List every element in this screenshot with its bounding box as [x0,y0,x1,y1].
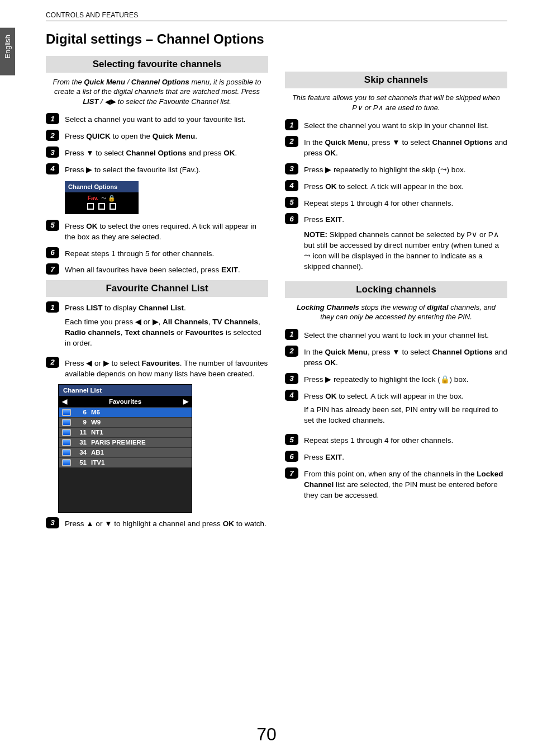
section-title: Skip channels [285,72,507,88]
step: 1 Select the channel you want to skip in… [285,119,507,131]
step-number-icon: 4 [285,180,298,191]
ch-name: AB1 [91,449,104,456]
ch-name: ITV1 [91,459,104,466]
step-number-icon: 3 [46,147,59,158]
checkbox-icon [87,203,94,210]
step: 2 Press QUICK to open the Quick Menu. [46,130,268,142]
step: 4 Press OK to select. A tick will appear… [285,390,507,430]
step: 2 In the Quick Menu, press ▼ to select C… [285,346,507,368]
step-text: Repeat steps 1 through 4 for other chann… [304,197,507,209]
step-number-icon: 5 [285,434,298,445]
note-text: NOTE: Skipped channels cannot be selecte… [304,230,507,272]
step: 4 Press ▶ to select the favourite list (… [46,163,268,176]
step: 1 Select a channel you want to add to yo… [46,113,268,125]
step-number-icon: 4 [285,390,298,401]
step-number-icon: 1 [46,113,59,124]
step: 7 When all favourites have been selected… [46,263,268,276]
tv-icon [62,449,71,456]
step-text: Press OK to select the ones required. A … [65,220,268,243]
ch-name: PARIS PREMIERE [91,439,146,446]
step: 6 Press EXIT. [285,213,507,225]
intro-text: From the Quick Menu / Channel Options me… [50,77,264,107]
step: 3 Press ▲ or ▼ to highlight a channel an… [46,517,268,530]
step-text: In the Quick Menu, press ▼ to select Cha… [304,346,507,368]
blank-area [59,467,192,512]
ch-num: 6 [75,409,87,415]
step-number-icon: 4 [46,163,59,174]
step-text: Select the channel you want to skip in y… [304,119,507,131]
step-text: Press ◀ or ▶ to select Favourites. The n… [65,357,268,380]
ch-num: 34 [75,449,87,456]
step-number-icon: 1 [285,329,298,340]
step-number-icon: 5 [285,197,298,208]
section-header: CONTROLS AND FEATURES [46,11,507,21]
list-item: 6M6 [59,407,192,417]
channel-list-subtitle: Favourites [67,398,183,405]
checkbox-icon [98,203,105,210]
step-number-icon: 1 [285,119,298,130]
step: 3 Press ▼ to select Channel Options and … [46,147,268,159]
list-item: 9W9 [59,417,192,427]
step-number-icon: 3 [46,517,59,528]
channel-options-title: Channel Options [65,181,139,192]
step-number-icon: 7 [46,263,59,275]
step-number-icon: 3 [285,163,298,174]
text: From the [53,78,84,86]
step-number-icon: 6 [285,451,298,462]
step: 5 Repeat steps 1 through 4 for other cha… [285,197,507,209]
checkbox-icon [110,203,116,210]
list-item: 11NT1 [59,427,192,437]
chevron-left-icon: ◀ [62,398,67,405]
step-text: Repeat steps 1 through 5 for other chann… [65,247,268,259]
step-text: Press ▼ to select Channel Options and pr… [65,147,268,159]
step-number-icon: 2 [285,136,298,147]
step-text: Select a channel you want to add to your… [65,113,268,125]
step-number-icon: 2 [46,357,59,368]
text: / ◀▶ to select the Favourite Channel lis… [98,97,231,106]
step: 2 In the Quick Menu, press ▼ to select C… [285,136,507,159]
channel-options-box: Channel Options Fav. ⤳ 🔒 [65,181,139,214]
step: 1 Select the channel you want to lock in… [285,329,507,341]
ch-name: M6 [91,409,100,415]
text: LIST [83,97,98,106]
ch-name: NT1 [91,429,103,436]
skip-icon: ⤳ [101,195,106,201]
step-number-icon: 1 [46,301,59,313]
step-text: Press EXIT. [304,451,507,463]
list-item: 34AB1 [59,447,192,457]
step-text: In the Quick Menu, press ▼ to select Cha… [304,136,507,159]
step: 2 Press ◀ or ▶ to select Favourites. The… [46,357,268,380]
tv-icon [62,419,71,426]
ch-num: 31 [75,439,87,446]
step-number-icon: 5 [46,220,59,231]
step-number-icon: 3 [285,373,298,384]
ch-num: 11 [75,429,87,436]
step: 3 Press ▶ repeatedly to highlight the sk… [285,163,507,176]
step-number-icon: 7 [285,467,298,479]
step-text: When all favourites have been selected, … [65,263,268,276]
tv-icon [62,459,71,466]
step: 7 From this point on, when any of the ch… [285,467,507,501]
tv-icon [62,409,71,416]
tv-icon [62,429,71,436]
text: Quick Menu [84,78,125,86]
ch-name: W9 [91,419,101,426]
channel-list-title: Channel List [59,385,192,396]
step: 1 Press LIST to display Channel List. Ea… [46,301,268,352]
ch-num: 51 [75,459,87,466]
tv-icon [62,439,71,446]
step-number-icon: 2 [285,346,298,357]
step-text: Press ▶ to select the favourite list (Fa… [65,163,268,176]
section-title: Selecting favourite channels [46,56,268,73]
step-text: Press EXIT. [304,213,507,225]
main-title: Digital settings – Channel Options [46,31,268,47]
step-text: From this point on, when any of the chan… [304,467,507,501]
step: 6 Press EXIT. [285,451,507,463]
right-column: Skip channels This feature allows you to… [285,31,507,534]
step: 5 Press OK to select the ones required. … [46,220,268,243]
left-column: Digital settings – Channel Options Selec… [46,31,268,534]
step: 6 Repeat steps 1 through 5 for other cha… [46,247,268,259]
step: 3 Press ▶ repeatedly to highlight the lo… [285,373,507,385]
step-text: Press OK to select. A tick will appear i… [304,180,507,192]
step-text: Repeat steps 1 through 4 for other chann… [304,434,507,446]
